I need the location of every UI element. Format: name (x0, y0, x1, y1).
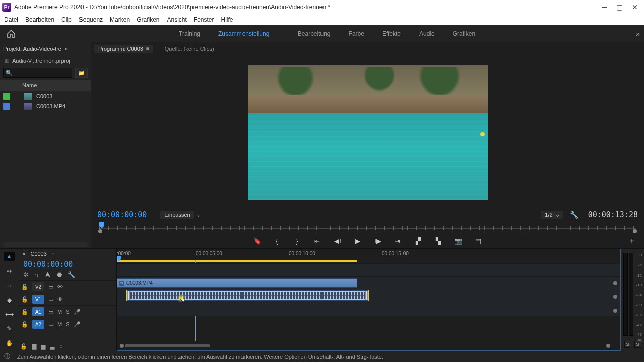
workspace-zusammenstellung[interactable]: Zusammenstellung (218, 30, 280, 37)
menu-marken[interactable]: Marken (108, 15, 132, 24)
timeline-settings-icon[interactable]: ⬣ (57, 271, 62, 278)
timeline-view-4-icon[interactable]: ○ (59, 343, 63, 350)
timeline-view-2-icon[interactable]: ▆ (41, 343, 45, 350)
mute-icon[interactable]: M (57, 321, 62, 327)
workspace-effekte[interactable]: Effekte (382, 30, 401, 37)
program-resolution-select[interactable]: 1/2 ⌵ (541, 211, 563, 219)
mark-in-button[interactable]: { (272, 236, 283, 245)
close-button[interactable]: ✕ (632, 3, 638, 11)
lock-icon[interactable]: 🔓 (21, 284, 28, 290)
eye-icon[interactable]: 👁 (57, 284, 63, 290)
track-label-a1[interactable]: A1 (32, 307, 44, 316)
step-forward-button[interactable]: Ⅰ▶ (372, 236, 383, 245)
menu-fenster[interactable]: Fenster (192, 15, 216, 24)
timeline-audio-clip[interactable] (127, 290, 368, 301)
timeline-track-a1[interactable] (117, 289, 620, 304)
lock-icon[interactable]: 🔓 (21, 321, 28, 328)
project-file-row[interactable]: ▥ Audio-V...trennen.prproj (0, 55, 91, 66)
program-range-start-handle[interactable] (98, 229, 102, 233)
clip-trim-left-handle[interactable] (127, 291, 130, 300)
hand-tool[interactable]: ✋ (4, 338, 15, 348)
timeline-timecode[interactable]: 00:00:00:00 (18, 259, 116, 271)
track-label-v2[interactable]: V2 (32, 282, 44, 291)
play-button[interactable]: ▶ (352, 236, 363, 245)
zoom-handle-right[interactable] (606, 344, 610, 348)
meter-solo-left[interactable]: S (624, 341, 631, 348)
menu-hilfe[interactable]: Hilfe (219, 15, 235, 24)
program-preview[interactable] (91, 55, 644, 209)
workspace-audio[interactable]: Audio (419, 30, 435, 37)
selection-tool[interactable]: ▲ (4, 252, 15, 261)
toggle-track-output-icon[interactable]: ▭ (48, 309, 53, 315)
source-monitor-tab[interactable]: Quelle: (keine Clips) (165, 46, 214, 52)
project-item-sequence[interactable]: C0003 (0, 91, 91, 101)
maximize-button[interactable]: ▢ (616, 3, 623, 11)
track-keyframe-dot[interactable] (613, 295, 617, 299)
extract-button[interactable]: ▚ (433, 236, 444, 245)
timeline-video-clip[interactable]: fx C0003.MP4 (117, 278, 357, 288)
track-header-a2[interactable]: 🔓 A2 ▭ M S 🎤 (18, 318, 116, 330)
eye-icon[interactable]: 👁 (57, 296, 63, 302)
timeline-track-v1[interactable]: fx C0003.MP4 (117, 276, 620, 289)
linked-selection-icon[interactable]: ∩ (34, 271, 39, 278)
workspace-grafiken[interactable]: Grafiken (453, 30, 475, 37)
menu-sequenz[interactable]: Sequenz (77, 15, 105, 24)
menu-clip[interactable]: Clip (59, 15, 74, 24)
meter-solo-right[interactable]: S (634, 341, 641, 348)
work-area-bar[interactable] (117, 260, 357, 262)
track-keyframe-dot[interactable] (613, 309, 617, 313)
timeline-view-3-icon[interactable]: ▃ (50, 343, 54, 350)
mark-out-button[interactable]: } (292, 236, 303, 245)
program-timecode-current[interactable]: 00:00:00:00 (97, 210, 147, 219)
track-keyframe-dot[interactable] (613, 281, 617, 285)
project-search-input[interactable]: 🔍 (3, 68, 72, 78)
timeline-track-a2[interactable] (117, 304, 620, 316)
program-scrub-bar[interactable] (97, 221, 638, 235)
project-panel-tab[interactable]: Projekt: Audio-Video-tre (3, 46, 61, 52)
export-frame-button[interactable]: 📷 (453, 236, 464, 245)
timeline-wrench-icon[interactable]: 🔧 (68, 271, 75, 278)
clip-trim-right-handle[interactable] (365, 291, 368, 300)
workspace-farbe[interactable]: Farbe (349, 30, 364, 37)
timeline-track-v2[interactable] (117, 263, 620, 276)
add-marker-icon[interactable]: ⮝ (45, 271, 51, 278)
timeline-tab-menu-icon[interactable]: ≡ (52, 251, 55, 257)
home-button[interactable] (4, 28, 18, 40)
add-marker-button[interactable]: 🔖 (252, 236, 263, 245)
track-header-v1[interactable]: 🔓 V1 ▭ 👁 (18, 293, 116, 305)
step-back-button[interactable]: ◀Ⅰ (332, 236, 343, 245)
project-item-clip[interactable]: C0003.MP4 (0, 101, 91, 111)
menu-ansicht[interactable]: Ansicht (165, 15, 188, 24)
menu-grafiken[interactable]: Grafiken (135, 15, 162, 24)
timeline-view-1-icon[interactable]: ▇ (32, 343, 36, 350)
ripple-edit-tool[interactable]: ↔ (4, 281, 15, 290)
project-panel-overflow-icon[interactable]: » (64, 45, 68, 52)
toggle-track-output-icon[interactable]: ▭ (48, 284, 53, 290)
track-label-a2[interactable]: A2 (32, 320, 44, 329)
mute-icon[interactable]: M (57, 309, 62, 315)
workspace-training[interactable]: Training (179, 30, 200, 37)
timeline-sequence-tab[interactable]: C0003 (30, 251, 46, 257)
razor-tool[interactable]: ◆ (4, 295, 15, 305)
lock-icon[interactable]: 🔓 (21, 309, 28, 315)
timeline-zoom-scrollbar[interactable] (120, 343, 610, 348)
track-header-a1[interactable]: 🔓 A1 ▭ M S 🎤 (18, 305, 116, 318)
minimize-button[interactable]: ─ (602, 3, 607, 11)
voiceover-icon[interactable]: 🎤 (74, 321, 81, 328)
go-to-in-button[interactable]: ⇤ (312, 236, 323, 245)
workspace-bearbeitung[interactable]: Bearbeitung (298, 30, 331, 37)
program-range-end-handle[interactable] (633, 229, 637, 233)
toggle-track-output-icon[interactable]: ▭ (48, 321, 53, 328)
comparison-view-button[interactable]: ▤ (473, 236, 484, 245)
new-bin-button[interactable]: 📁 (75, 68, 88, 78)
wrench-icon[interactable]: 🔧 (570, 211, 578, 219)
menu-bearbeiten[interactable]: Bearbeiten (23, 15, 56, 24)
project-column-name[interactable]: Name (0, 80, 91, 91)
solo-icon[interactable]: S (66, 321, 69, 327)
button-editor-icon[interactable]: ＋ (628, 236, 636, 246)
workspace-overflow-icon[interactable]: » (636, 30, 640, 38)
zoom-scrollbar-thumb[interactable] (125, 344, 210, 347)
program-monitor-tab[interactable]: Programm: C0003≡ (94, 45, 153, 53)
voiceover-icon[interactable]: 🎤 (74, 309, 81, 315)
solo-icon[interactable]: S (66, 309, 69, 315)
